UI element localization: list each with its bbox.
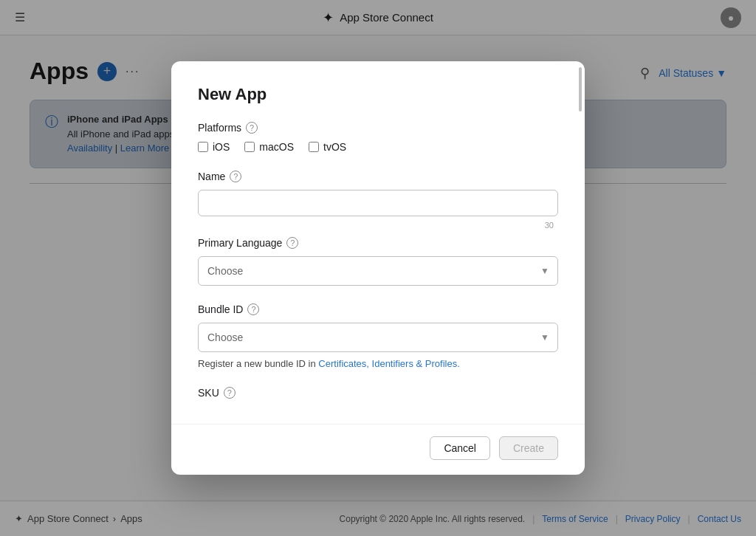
primary-language-help-icon[interactable]: ?	[286, 237, 298, 249]
tvos-checkbox[interactable]	[309, 142, 319, 152]
ios-checkbox[interactable]	[198, 142, 208, 152]
platforms-help-icon[interactable]: ?	[246, 122, 258, 134]
primary-language-select[interactable]: Choose	[198, 256, 558, 286]
tvos-checkbox-label[interactable]: tvOS	[309, 141, 346, 153]
name-label: Name ?	[198, 171, 558, 182]
sku-section: SKU ?	[198, 387, 558, 399]
primary-language-select-wrapper: Choose ▼	[198, 256, 558, 286]
name-section: Name ? 30	[198, 171, 558, 216]
bundle-id-label: Bundle ID ?	[198, 303, 558, 315]
sku-label: SKU ?	[198, 387, 558, 399]
name-help-icon[interactable]: ?	[230, 171, 241, 182]
scroll-indicator	[579, 67, 582, 111]
bundle-id-section: Bundle ID ? Choose ▼ Register a new bund…	[198, 303, 558, 369]
name-input[interactable]	[198, 190, 558, 216]
macos-checkbox[interactable]	[244, 142, 255, 152]
modal-body: New App Platforms ? iOS macOS tvOS	[171, 61, 585, 424]
name-input-wrapper: 30	[198, 190, 558, 216]
bundle-id-note: Register a new bundle ID in Certificates…	[198, 358, 558, 369]
modal-title: New App	[198, 85, 558, 104]
new-app-modal: New App Platforms ? iOS macOS tvOS	[171, 61, 585, 475]
name-char-count: 30	[545, 221, 554, 230]
cancel-button[interactable]: Cancel	[430, 436, 490, 460]
platforms-section: Platforms ? iOS macOS tvOS	[198, 122, 558, 153]
create-button[interactable]: Create	[499, 436, 558, 460]
sku-help-icon[interactable]: ?	[224, 387, 236, 399]
bundle-id-select-wrapper: Choose ▼	[198, 323, 558, 352]
macos-checkbox-label[interactable]: macOS	[244, 141, 294, 153]
primary-language-section: Primary Language ? Choose ▼	[198, 237, 558, 286]
modal-footer: Cancel Create	[171, 424, 585, 475]
bundle-id-select[interactable]: Choose	[198, 323, 558, 352]
platforms-checkboxes: iOS macOS tvOS	[198, 141, 558, 153]
platforms-label: Platforms ?	[198, 122, 558, 134]
bundle-id-help-icon[interactable]: ?	[247, 303, 259, 315]
primary-language-label: Primary Language ?	[198, 237, 558, 249]
ios-checkbox-label[interactable]: iOS	[198, 141, 230, 153]
certificates-link[interactable]: Certificates, Identifiers & Profiles.	[318, 358, 459, 369]
